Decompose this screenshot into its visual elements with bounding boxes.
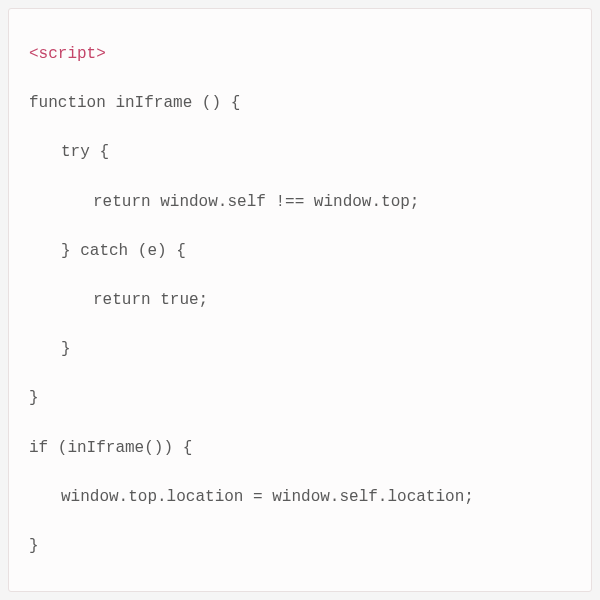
- code-block-container: <script> function inIframe () { try { re…: [8, 8, 592, 592]
- code-line-script-open: <script>: [29, 37, 571, 72]
- code-line-location: window.top.location = window.self.locati…: [29, 480, 571, 515]
- code-line-if-close: }: [29, 529, 571, 564]
- code-line-if: if (inIframe()) {: [29, 431, 571, 466]
- code-line-function-decl: function inIframe () {: [29, 86, 571, 121]
- code-line-return-true: return true;: [29, 283, 571, 318]
- code-line-return-compare: return window.self !== window.top;: [29, 185, 571, 220]
- code-line-function-close: }: [29, 381, 571, 416]
- code-line-try: try {: [29, 135, 571, 170]
- code-line-inner-close: }: [29, 332, 571, 367]
- code-line-catch: } catch (e) {: [29, 234, 571, 269]
